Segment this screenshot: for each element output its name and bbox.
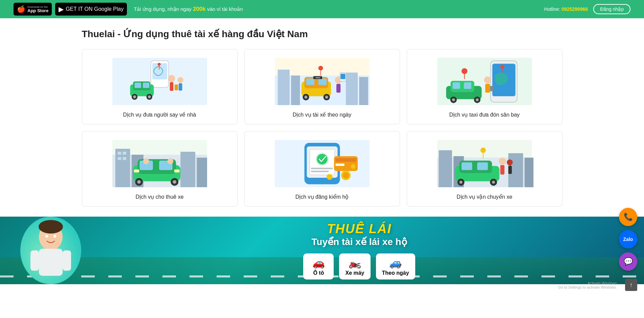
hotline-label: Hotline: 0925299966 [544,6,588,12]
svg-point-120 [39,220,63,234]
svg-point-10 [133,95,136,98]
svg-point-114 [480,148,486,153]
service-illustration-daily-driver: TAXI [250,56,394,107]
svg-rect-105 [477,163,488,170]
svg-point-74 [167,158,173,164]
svg-rect-63 [180,152,195,187]
svg-point-78 [173,180,176,184]
svg-point-76 [137,180,141,184]
promo-text: Tải ứng dụng, nhận ngay 200k vào ví tài … [134,6,243,13]
svg-point-53 [475,98,479,101]
service-card-airport-taxi[interactable]: Dịch vụ taxi đưa đón sân bay [407,49,562,124]
svg-rect-79 [134,170,139,173]
svg-point-95 [351,164,355,169]
svg-rect-40 [340,74,345,79]
svg-rect-14 [170,82,173,91]
svg-point-121 [45,235,48,238]
svg-rect-68 [123,157,126,160]
svg-rect-15 [174,84,178,91]
svg-rect-101 [525,158,533,188]
svg-rect-8 [143,83,149,88]
banner: THUÊ LÁI Tuyển tài xế lái xe hộ 🚗 Ô tô 🏍… [0,217,644,284]
svg-rect-49 [464,82,471,89]
service-card-car-transport[interactable]: Dịch vụ vận chuyển xe [407,131,562,206]
svg-rect-17 [179,83,182,91]
scroll-top-icon: ↑ [630,282,633,285]
googleplay-badge[interactable]: ▶ GET IT ON Google Play [55,3,127,16]
svg-rect-36 [336,84,340,93]
svg-point-16 [177,77,183,83]
svg-rect-21 [277,70,289,105]
zalo-fab[interactable]: Zalo [619,230,637,248]
banner-title-line2: Tuyển tài xế lái xe hộ [311,236,407,247]
svg-rect-118 [30,250,39,271]
svg-rect-66 [123,152,126,155]
svg-rect-111 [500,165,504,174]
svg-point-122 [53,235,56,238]
svg-point-37 [318,66,323,71]
service-illustration-airport-taxi [413,56,557,107]
svg-point-51 [452,98,455,101]
service-card-drunk-driver[interactable]: Dịch vụ đưa người say về nhà [82,49,238,124]
svg-rect-7 [134,83,141,88]
svg-rect-23 [346,73,358,105]
appstore-badge[interactable]: 🍎 Download on the App Store [14,3,52,16]
appstore-main-label: App Store [27,8,48,13]
svg-rect-119 [63,250,71,271]
svg-text:TAXI: TAXI [315,76,320,79]
service-label-inspection: Dịch vụ đăng kiểm hộ [295,194,349,200]
svg-point-13 [168,75,175,82]
activate-windows-notice: Activate Windows Go to Settings to activ… [558,281,617,284]
svg-rect-28 [318,78,327,85]
topbar-left: 🍎 Download on the App Store ▶ GET IT ON … [14,3,243,16]
svg-point-110 [499,158,506,165]
hotline-number: 0925299966 [561,6,588,12]
login-button[interactable]: Đăng nhập [593,4,630,14]
motorbike-icon: 🏍️ [349,257,361,269]
svg-rect-80 [174,170,179,173]
svg-rect-24 [359,77,368,105]
scroll-top-button[interactable]: ↑ [625,279,637,284]
floating-buttons: 📞 Zalo 💬 [619,208,637,271]
banner-person [20,217,95,284]
svg-point-93 [343,172,349,178]
service-card-daily-driver[interactable]: TAXI Dịch vụ tài xế theo ngày [244,49,400,124]
banner-btn-theongay[interactable]: 🚙 Theo ngày [376,253,415,279]
svg-point-57 [461,68,467,74]
phone-icon: 📞 [624,213,633,221]
svg-point-109 [492,181,495,184]
svg-rect-67 [117,157,121,160]
googleplay-icon: ▶ [59,5,64,13]
topbar-right: Hotline: 0925299966 Đăng nhập [544,4,630,14]
svg-rect-98 [439,150,452,187]
banner-buttons: 🚗 Ô tô 🏍️ Xe máy 🚙 Theo ngày [303,253,415,279]
services-grid: Dịch vụ đưa người say về nhà [82,49,562,206]
svg-rect-27 [306,78,314,85]
topbar: 🍎 Download on the App Store ▶ GET IT ON … [0,0,644,18]
svg-rect-104 [461,163,472,170]
phone-fab[interactable]: 📞 [619,208,637,226]
main-content: Thuelai - Ứng dụng thuê tài xế hàng đầu … [68,18,576,206]
messenger-fab[interactable]: 💬 [619,252,637,271]
banner-btn-xemay[interactable]: 🏍️ Xe máy [339,253,370,279]
service-illustration-car-transport [413,138,557,189]
svg-rect-22 [291,76,300,105]
svg-rect-64 [197,158,207,188]
googleplay-main-label: Google Play [94,6,124,12]
svg-point-73 [143,158,149,164]
svg-point-86 [317,154,328,165]
svg-rect-87 [311,168,333,169]
service-card-inspection[interactable]: Dịch vụ đăng kiểm hộ [244,131,400,206]
svg-rect-113 [508,166,512,174]
service-illustration-car-rental [88,138,232,189]
page-title: Thuelai - Ứng dụng thuê tài xế hàng đầu … [82,28,562,40]
service-illustration-inspection [250,138,394,189]
btn-xemay-label: Xe máy [345,270,364,276]
car2-icon: 🚙 [389,257,402,269]
svg-point-94 [327,174,333,180]
banner-btn-oto[interactable]: 🚗 Ô tô [303,253,334,279]
service-card-car-rental[interactable]: Dịch vụ cho thuê xe [82,131,238,206]
car-icon: 🚗 [312,257,325,269]
btn-theongay-label: Theo ngày [382,270,409,276]
svg-rect-65 [117,152,121,155]
